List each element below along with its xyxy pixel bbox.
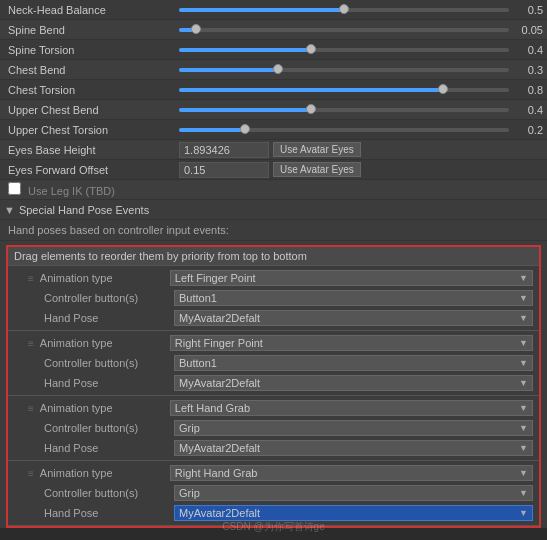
event-dropdown-text: Right Finger Point [175,337,263,349]
event-dropdown-text: Left Finger Point [175,272,256,284]
prop-number: 0.5 [513,4,543,16]
event-dropdown-text: Grip [179,487,200,499]
prop-row-upper-chest-bend: Upper Chest Bend0.4 [0,100,547,120]
drag-handle-icon[interactable]: ≡ [28,468,34,479]
eyes-base-height-btn[interactable]: Use Avatar Eyes [273,142,361,157]
chevron-down-icon: ▼ [519,423,528,433]
event-label: Controller button(s) [44,357,174,369]
event-label: Animation type [40,337,170,349]
event-dropdown-text: Grip [179,422,200,434]
slider-track[interactable] [179,68,509,72]
event-label: Controller button(s) [44,292,174,304]
event-dropdown[interactable]: MyAvatar2Defalt▼ [174,310,533,326]
event-label: Hand Pose [44,312,174,324]
event-dropdown[interactable]: Grip▼ [174,420,533,436]
event-row: ≡Animation typeRight Finger Point▼ [8,333,539,353]
eyes-forward-offset-row: Eyes Forward Offset Use Avatar Eyes [0,160,547,180]
drag-handle-icon[interactable]: ≡ [28,338,34,349]
prop-number: 0.05 [513,24,543,36]
event-dropdown-text: MyAvatar2Defalt [179,442,260,454]
slider-track[interactable] [179,8,509,12]
slider-thumb[interactable] [438,84,448,94]
eyes-forward-offset-input[interactable] [179,162,269,178]
event-dropdown[interactable]: Button1▼ [174,290,533,306]
prop-row-spine-torsion: Spine Torsion0.4 [0,40,547,60]
event-dropdown[interactable]: MyAvatar2Defalt▼ [174,505,533,521]
slider-thumb[interactable] [306,44,316,54]
leg-ik-label: Use Leg IK (TBD) [4,182,179,197]
drag-handle-icon[interactable]: ≡ [28,273,34,284]
slider-track[interactable] [179,88,509,92]
chevron-down-icon: ▼ [519,403,528,413]
event-label: Hand Pose [44,442,174,454]
event-dropdown[interactable]: MyAvatar2Defalt▼ [174,375,533,391]
slider-thumb[interactable] [306,104,316,114]
event-row: Controller button(s)Button1▼ [8,353,539,373]
slider-track[interactable] [179,108,509,112]
chevron-down-icon: ▼ [519,273,528,283]
prop-number: 0.4 [513,104,543,116]
eyes-forward-offset-label: Eyes Forward Offset [4,164,179,176]
section-arrow-icon: ▼ [4,204,15,216]
chevron-down-icon: ▼ [519,508,528,518]
slider-thumb[interactable] [191,24,201,34]
eyes-base-height-label: Eyes Base Height [4,144,179,156]
chevron-down-icon: ▼ [519,358,528,368]
chevron-down-icon: ▼ [519,313,528,323]
prop-value-area: 0.4 [179,44,543,56]
event-dropdown[interactable]: Right Finger Point▼ [170,335,533,351]
event-dropdown-text: MyAvatar2Defalt [179,377,260,389]
slider-fill [179,48,311,52]
main-container: Neck-Head Balance0.5Spine Bend0.05Spine … [0,0,547,528]
event-dropdown-text: MyAvatar2Defalt [179,507,260,519]
slider-thumb[interactable] [273,64,283,74]
prop-label: Chest Torsion [4,84,179,96]
chevron-down-icon: ▼ [519,293,528,303]
event-dropdown[interactable]: MyAvatar2Defalt▼ [174,440,533,456]
slider-thumb[interactable] [240,124,250,134]
eyes-base-height-row: Eyes Base Height Use Avatar Eyes [0,140,547,160]
chevron-down-icon: ▼ [519,443,528,453]
event-dropdown[interactable]: Button1▼ [174,355,533,371]
drag-handle-icon[interactable]: ≡ [28,403,34,414]
eyes-base-height-input[interactable] [179,142,269,158]
section-header-label: Special Hand Pose Events [19,204,149,216]
event-dropdown[interactable]: Grip▼ [174,485,533,501]
slider-fill [179,88,443,92]
slider-fill [179,108,311,112]
event-row: ≡Animation typeLeft Hand Grab▼ [8,398,539,418]
event-row: Controller button(s)Button1▼ [8,288,539,308]
prop-label: Spine Torsion [4,44,179,56]
event-dropdown[interactable]: Right Hand Grab▼ [170,465,533,481]
prop-label: Chest Bend [4,64,179,76]
prop-label: Neck-Head Balance [4,4,179,16]
chevron-down-icon: ▼ [519,468,528,478]
prop-label: Spine Bend [4,24,179,36]
event-row: Controller button(s)Grip▼ [8,418,539,438]
chevron-down-icon: ▼ [519,338,528,348]
eyes-forward-offset-btn[interactable]: Use Avatar Eyes [273,162,361,177]
leg-ik-row: Use Leg IK (TBD) [0,180,547,200]
slider-track[interactable] [179,28,509,32]
leg-ik-checkbox[interactable] [8,182,21,195]
event-dropdown-text: Button1 [179,292,217,304]
slider-thumb[interactable] [339,4,349,14]
event-label: Controller button(s) [44,422,174,434]
prop-value-area: 0.3 [179,64,543,76]
prop-label: Upper Chest Bend [4,104,179,116]
event-dropdown[interactable]: Left Finger Point▼ [170,270,533,286]
info-text: Hand poses based on controller input eve… [0,220,547,241]
event-row: Hand PoseMyAvatar2Defalt▼ [8,438,539,458]
event-group-0: ≡Animation typeLeft Finger Point▼Control… [8,266,539,331]
event-dropdown[interactable]: Left Hand Grab▼ [170,400,533,416]
event-label: Hand Pose [44,377,174,389]
prop-row-upper-chest-torsion: Upper Chest Torsion0.2 [0,120,547,140]
slider-fill [179,128,245,132]
slider-track[interactable] [179,128,509,132]
prop-number: 0.8 [513,84,543,96]
prop-value-area: 0.2 [179,124,543,136]
slider-track[interactable] [179,48,509,52]
event-row: ≡Animation typeRight Hand Grab▼ [8,463,539,483]
prop-value-area: 0.4 [179,104,543,116]
event-label: Animation type [40,467,170,479]
